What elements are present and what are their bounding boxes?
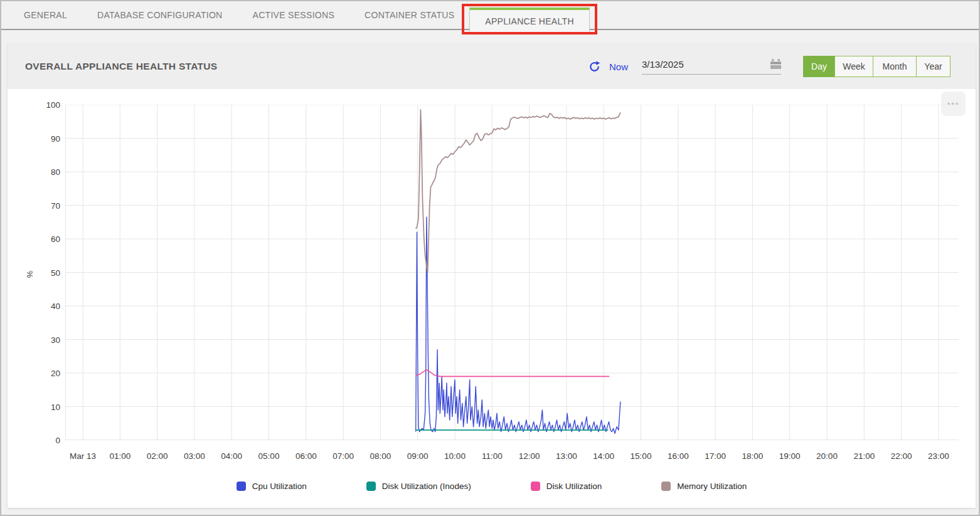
calendar-icon[interactable] [770,59,781,69]
header-controls: Now Day Week Month [588,56,951,77]
legend-swatch [661,482,671,491]
panel-header: OVERALL APPLIANCE HEALTH STATUS Now [8,44,976,89]
x-tick-label: 09:00 [407,451,429,461]
legend-item[interactable]: Cpu Utilization [237,482,307,491]
x-tick-label: 21:00 [853,451,875,461]
tab-general[interactable]: GENERAL [9,1,82,29]
plot-region [65,105,959,440]
chart-legend: Cpu UtilizationDisk Utilization (Inodes)… [8,482,976,491]
y-tick-label: 20 [24,369,60,378]
range-button-group: Day Week Month Year [804,56,951,77]
legend-swatch [237,482,246,491]
legend-label: Memory Utilization [677,482,747,491]
x-tick-label: 13:00 [556,451,577,461]
x-tick-label: 19:00 [779,451,801,461]
range-button-year[interactable]: Year [916,56,951,77]
tab-appliance-health-label: APPLIANCE HEALTH [485,16,573,26]
x-tick-label: 04:00 [221,451,242,461]
x-tick-label: 11:00 [482,451,503,461]
x-tick-label: 05:00 [258,451,280,461]
x-tick-label: 02:00 [147,451,168,461]
legend-label: Disk Utilization [546,482,602,491]
range-button-month[interactable]: Month [873,56,917,77]
x-tick-label: Mar 13 [70,451,96,461]
now-link[interactable]: Now [609,61,628,72]
y-tick-label: 80 [24,167,60,177]
x-tick-label: 18:00 [742,451,763,461]
plot-svg [65,105,959,440]
x-tick-label: 20:00 [816,451,838,461]
x-tick-label: 23:00 [928,451,949,461]
x-tick-label: 07:00 [333,451,354,461]
legend-item[interactable]: Disk Utilization [531,482,602,491]
y-tick-label: 90 [24,134,60,143]
tab-database-configuration[interactable]: DATABASE CONFIGURATION [82,1,238,29]
x-tick-label: 06:00 [296,451,317,461]
tab-bar: GENERAL DATABASE CONFIGURATION ACTIVE SE… [1,1,979,30]
y-tick-label: 0 [24,436,60,445]
y-tick-label: 100 [24,100,60,110]
tab-appliance-health[interactable]: APPLIANCE HEALTH [469,8,589,33]
range-button-week[interactable]: Week [834,56,873,77]
x-tick-label: 01:00 [109,451,130,461]
range-button-day[interactable]: Day [803,56,835,77]
legend-label: Disk Utilization (Inodes) [382,482,471,491]
y-tick-label: 70 [24,201,60,210]
x-tick-label: 16:00 [668,451,689,461]
x-tick-label: 12:00 [519,451,540,461]
x-tick-label: 22:00 [891,451,912,461]
x-tick-label: 08:00 [370,451,391,461]
x-tick-label: 14:00 [593,451,614,461]
tab-active-sessions[interactable]: ACTIVE SESSIONS [238,1,350,29]
tab-container-status[interactable]: CONTAINER STATUS [349,1,469,29]
x-tick-label: 03:00 [184,451,205,461]
y-tick-label: 10 [24,402,60,411]
legend-label: Cpu Utilization [252,482,307,491]
panel-title: OVERALL APPLIANCE HEALTH STATUS [25,61,217,72]
legend-swatch [366,482,376,491]
x-tick-label: 10:00 [444,451,466,461]
legend-item[interactable]: Disk Utilization (Inodes) [366,482,471,491]
date-input[interactable] [642,59,770,70]
y-tick-label: 30 [24,335,60,344]
app-window: GENERAL DATABASE CONFIGURATION ACTIVE SE… [0,0,980,516]
refresh-button[interactable] [588,60,602,73]
legend-item[interactable]: Memory Utilization [661,482,747,491]
y-tick-label: 60 [24,234,60,244]
appliance-health-panel: OVERALL APPLIANCE HEALTH STATUS Now [8,44,976,508]
x-tick-label: 15:00 [631,451,652,461]
x-tick-label: 17:00 [705,451,726,461]
y-tick-label: 40 [24,302,60,311]
legend-swatch [531,482,540,491]
date-field [642,59,781,75]
chart-area: ••• % Mar 1301:0002:0003:0004:0005:0006:… [8,89,976,508]
y-tick-label: 50 [24,268,60,277]
refresh-icon [588,60,601,73]
